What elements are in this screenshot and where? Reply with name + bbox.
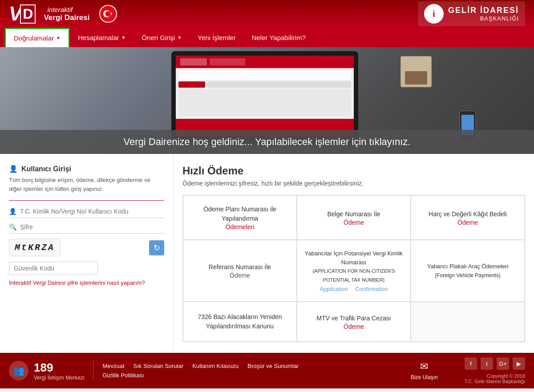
gelir-line2: BAŞKANLIĞI <box>448 15 519 22</box>
payment-desc: Ödeme işlemlerinizi şifresiz, hızlı bir … <box>182 180 525 187</box>
oneri-arrow-icon: ▼ <box>177 35 182 40</box>
gi-circle-icon: i <box>424 4 444 24</box>
security-code-input[interactable] <box>9 262 98 275</box>
logo-vd[interactable]: V D <box>9 4 36 24</box>
footer-gizlilik[interactable]: Gizlilik Politikası <box>102 372 144 379</box>
payment-cell-belge-numarasi[interactable]: Belge Numarası İle Ödeme <box>297 195 411 240</box>
footer-sss[interactable]: Sık Sorulan Sorular <box>134 363 184 369</box>
gelir-line1: GELİR İDARESİ <box>448 6 519 15</box>
copyright: Copyright © 2018T.C. Gelir İdaresi Başka… <box>465 373 525 384</box>
password-row: 🔍 <box>9 223 164 234</box>
social-icons: f t G+ ▶ <box>465 357 525 370</box>
footer-right: f t G+ ▶ Copyright © 2018T.C. Gelir İdar… <box>465 357 525 384</box>
sidebar-desc: Tüm borç bilgisine erişim, ödeme, dilekç… <box>9 176 164 193</box>
lock-icon: 🔍 <box>9 223 16 230</box>
email-icon: ✉ <box>420 361 428 372</box>
main-content: 👤 Kullanıcı Girişi Tüm borç bilgisine er… <box>0 154 534 353</box>
nav-dogrulamalar[interactable]: Doğrulamalar ▼ <box>4 28 70 47</box>
hero-banner[interactable]: Vergi Dairenize hoş geldiniz... Yapılabi… <box>0 130 534 154</box>
gelir-text: GELİR İDARESİ BAŞKANLIĞI <box>448 6 519 22</box>
help-link[interactable]: İnteraktif Vergi Dairesi şifre işlemleri… <box>9 279 164 286</box>
hero-section[interactable]: Vergi Dairenize hoş geldiniz... Yapılabi… <box>0 47 534 154</box>
laptop-body <box>171 51 358 140</box>
user-icon: 👤 <box>9 165 18 173</box>
contact-number: 189 <box>34 361 84 375</box>
interaktif-label: interaktif <box>47 6 89 13</box>
payment-section: Hızlı Ödeme Ödeme işlemlerinizi şifresiz… <box>174 154 534 353</box>
nav-oneri-girisi[interactable]: Öneri Girişi ▼ <box>134 28 190 47</box>
contact-label: Vergi İletişim Merkezi <box>34 375 84 381</box>
footer-mevzuat[interactable]: Mevzuat <box>102 363 124 369</box>
email-label: Bize Ulaşın <box>411 374 438 380</box>
gelir-idaresi-logo: i GELİR İDARESİ BAŞKANLIĞI <box>418 1 525 26</box>
dogrulamalar-arrow-icon: ▼ <box>56 36 61 40</box>
logo-area: V D interaktif Vergi Dairesi <box>9 4 117 24</box>
footer-kullanim[interactable]: Kullanım Kılavuzu <box>192 363 239 369</box>
nav-yeni-islemler[interactable]: Yeni İşlemler <box>190 28 243 47</box>
user-field-icon: 👤 <box>9 208 16 215</box>
vergi-dairesi-label: Vergi Dairesi <box>44 13 89 22</box>
footer: 👥 189 Vergi İletişim Merkezi Mevzuat Sık… <box>0 353 534 388</box>
captcha-area: MtKRZA ↻ <box>9 239 164 256</box>
payment-cell-7326[interactable]: 7326 Bazı Alacakların YenidenYapılandırı… <box>183 302 297 342</box>
youtube-icon[interactable]: ▶ <box>513 357 525 370</box>
captcha-image: MtKRZA <box>9 239 61 256</box>
sidebar: 👤 Kullanıcı Girişi Tüm borç bilgisine er… <box>0 154 174 353</box>
header: V D interaktif Vergi Dairesi i GELİR İDA… <box>0 0 534 28</box>
contact-icon: 👥 <box>9 361 28 380</box>
captcha-refresh-button[interactable]: ↻ <box>149 240 164 255</box>
turkish-flag <box>99 5 117 23</box>
hesaplamalar-arrow-icon: ▼ <box>121 35 126 40</box>
username-row: 👤 <box>9 208 164 218</box>
sidebar-divider <box>9 200 164 201</box>
main-nav: Doğrulamalar ▼ Hesaplamalar ▼ Öneri Giri… <box>0 28 534 47</box>
payment-cell-mtv[interactable]: MTV ve Trafik Para Cezası Ödeme <box>297 302 411 342</box>
payment-cell-yabanci-vergi[interactable]: Yabancılar İçin Potansiyel Vergi Kimlik … <box>297 240 411 302</box>
coffee-cup <box>400 56 432 87</box>
twitter-icon[interactable]: t <box>481 357 493 370</box>
payment-title: Hızlı Ödeme <box>182 165 525 177</box>
d-letter: D <box>23 6 33 22</box>
sidebar-title: 👤 Kullanıcı Girişi <box>9 165 164 173</box>
svg-point-2 <box>105 11 111 16</box>
footer-email[interactable]: ✉ Bize Ulaşın <box>402 361 447 380</box>
nav-hesaplamalar[interactable]: Hesaplamalar ▼ <box>70 28 134 47</box>
facebook-icon[interactable]: f <box>465 357 477 370</box>
payment-cell-yabanci-plaka[interactable]: Yabancı Plakalı Araç Ödemeleri(Foreign V… <box>411 240 525 302</box>
payment-cell-harc[interactable]: Harç ve Değerli Kâğıt Bedeli Ödeme <box>411 195 525 240</box>
footer-brosur[interactable]: Broşür ve Sunumlar <box>247 363 299 369</box>
payment-cell-odeme-plani[interactable]: Ödeme Planı Numarası ileYapılandırma Öde… <box>183 195 297 240</box>
google-plus-icon[interactable]: G+ <box>497 357 509 370</box>
nav-neler-yapabilirim[interactable]: Neler Yapabilirim? <box>244 28 314 47</box>
d-box: D <box>20 4 36 24</box>
password-input[interactable] <box>20 223 164 230</box>
application-link[interactable]: Application <box>320 286 348 292</box>
payment-grid: Ödeme Planı Numarası ileYapılandırma Öde… <box>182 195 525 342</box>
confirmation-link[interactable]: Confirmation <box>355 286 388 292</box>
footer-links-row1: Mevzuat Sık Sorulan Sorular Kullanım Kıl… <box>102 363 393 369</box>
payment-cell-referans[interactable]: Referans Numarası İle Ödeme <box>183 240 297 302</box>
footer-contact: 👥 189 Vergi İletişim Merkezi <box>9 361 93 381</box>
payment-cell-empty <box>411 302 525 342</box>
laptop-screen <box>176 56 354 136</box>
footer-links-row2: Gizlilik Politikası <box>102 372 393 379</box>
footer-links: Mevzuat Sık Sorulan Sorular Kullanım Kıl… <box>102 363 393 379</box>
logo-text: interaktif Vergi Dairesi <box>44 6 89 22</box>
username-input[interactable] <box>20 208 164 215</box>
hero-banner-text: Vergi Dairenize hoş geldiniz... Yapılabi… <box>124 136 411 147</box>
